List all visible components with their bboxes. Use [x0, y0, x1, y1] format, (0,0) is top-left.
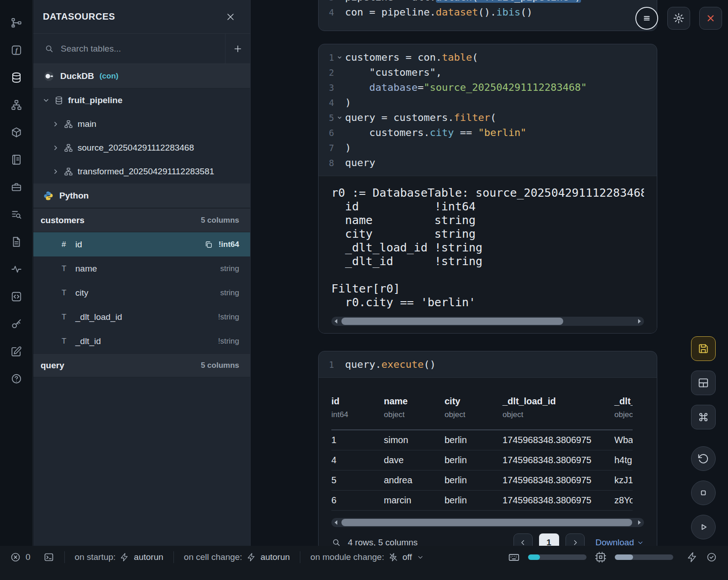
column-row-dlt-load-id[interactable]: T _dlt_load_id !string [33, 305, 250, 329]
datasources-panel-button[interactable] [10, 71, 23, 84]
stop-button[interactable] [691, 481, 716, 505]
file-tree-panel-button[interactable] [10, 16, 23, 29]
scratchpad-panel-button[interactable] [10, 345, 23, 358]
status-bar-right [508, 551, 717, 563]
cell-output: r0 := DatabaseTable: source_202504291112… [319, 176, 657, 333]
close-icon [705, 13, 716, 24]
code-editor[interactable]: 1 query.execute() [319, 351, 657, 377]
code-line: 4 con = pipeline.dataset().ibis() [319, 5, 657, 20]
table-query[interactable]: query 5 columns [33, 353, 250, 377]
connection-duckdb[interactable]: DuckDB (con) [33, 64, 250, 89]
column-header-name[interactable]: nameobject [384, 392, 445, 430]
undo-button[interactable] [691, 446, 716, 471]
column-type: !int64 [219, 240, 239, 249]
cell-value: berlin [445, 470, 503, 490]
horizontal-scrollbar[interactable] [331, 518, 644, 527]
scroll-right-icon[interactable] [635, 518, 644, 527]
column-row-city[interactable]: T city string [33, 281, 250, 305]
schema-main[interactable]: main [33, 112, 250, 136]
secrets-panel-button[interactable] [10, 318, 23, 330]
column-header-dlt-load-id[interactable]: _dlt_load_idobject [503, 392, 614, 430]
column-row-id[interactable]: # id !int64 [33, 232, 250, 256]
help-panel-button[interactable] [10, 372, 23, 385]
add-datasource-button[interactable] [225, 34, 250, 63]
column-name: _dlt_load_id [75, 312, 218, 322]
settings-button[interactable] [667, 7, 690, 30]
close-panel-button[interactable] [225, 12, 236, 22]
column-row-name[interactable]: T name string [33, 256, 250, 281]
previous-page-button[interactable] [513, 533, 533, 546]
cell-execute[interactable]: 1 query.execute() idint64 nameobject cit… [318, 351, 657, 546]
horizontal-scrollbar[interactable] [331, 317, 644, 326]
page-number[interactable]: 1 [539, 533, 559, 546]
column-header-dlt-id[interactable]: _dlt_idobject [614, 392, 633, 430]
setting-label: on cell change: [184, 552, 242, 562]
on-module-change-setting[interactable]: on module change: off [310, 552, 424, 562]
on-cell-change-setting[interactable]: on cell change: autorun [184, 552, 290, 562]
errors-indicator[interactable]: 0 [10, 552, 31, 563]
line-number: 4 [319, 7, 334, 17]
run-button[interactable] [691, 515, 716, 539]
table-row: 4 dave berlin 1745968348.3806975 h4tg [331, 450, 633, 470]
chevron-down-icon [417, 554, 424, 561]
panel-layout-button[interactable] [691, 371, 716, 395]
code-editor[interactable]: 1 customers = con.table( 2 "customers", … [319, 44, 657, 176]
check-circle-icon[interactable] [706, 552, 717, 563]
database-fruit-pipeline[interactable]: fruit_pipeline [33, 89, 250, 112]
shutdown-button[interactable] [699, 7, 722, 30]
keyboard-slider[interactable] [528, 554, 587, 560]
chevron-right-icon[interactable] [52, 168, 59, 175]
fold-chevron-icon[interactable] [334, 115, 345, 120]
column-header-id[interactable]: idint64 [331, 392, 384, 430]
packages-panel-button[interactable] [10, 126, 23, 139]
next-page-button[interactable] [566, 533, 585, 546]
schema-name: main [78, 119, 96, 129]
line-number: 8 [319, 158, 334, 168]
scroll-right-icon[interactable] [635, 317, 644, 326]
table-customers[interactable]: customers 5 columns [33, 208, 250, 232]
documentation-panel-button[interactable] [10, 153, 23, 166]
scroll-left-icon[interactable] [331, 317, 340, 326]
terminal-button[interactable] [43, 552, 54, 563]
download-menu[interactable]: Download [596, 538, 644, 546]
cpu-icon [595, 551, 607, 563]
files-panel-button[interactable] [10, 235, 23, 248]
fold-chevron-icon[interactable] [334, 55, 345, 60]
dependencies-panel-button[interactable] [10, 99, 23, 111]
cell-setup[interactable]: 3 pipeline = dlt.attach("fruit_pipeline"… [318, 0, 657, 31]
command-palette-button[interactable] [691, 405, 716, 429]
scrollbar-thumb[interactable] [341, 519, 632, 526]
status-bar-left: 0 on startup: autorun on cell change: au… [10, 551, 508, 563]
save-button[interactable] [691, 336, 716, 361]
search-tables-input[interactable] [61, 44, 225, 54]
chevron-right-icon[interactable] [52, 144, 59, 152]
connection-zap-icon[interactable] [687, 552, 698, 563]
schema-source[interactable]: source_202504291112283468 [33, 136, 250, 160]
column-type: string [220, 264, 239, 273]
activity-icon [10, 263, 22, 275]
copy-icon[interactable] [204, 240, 213, 249]
on-startup-setting[interactable]: on startup: autorun [75, 552, 163, 562]
search-icon[interactable] [331, 538, 341, 546]
code-editor[interactable]: 3 pipeline = dlt.attach("fruit_pipeline"… [319, 0, 657, 31]
schema-transformed[interactable]: transformed_202504291112283581 [33, 160, 250, 183]
outline-panel-button[interactable] [10, 208, 23, 221]
logs-panel-button[interactable] [10, 263, 23, 276]
snippets-panel-button[interactable] [10, 290, 23, 303]
chevron-down-icon[interactable] [42, 97, 50, 104]
toolbox-panel-button[interactable] [10, 181, 23, 193]
chevron-right-icon[interactable] [52, 120, 59, 128]
variables-panel-button[interactable]: f [10, 44, 23, 57]
column-row-dlt-id[interactable]: T _dlt_id !string [33, 329, 250, 353]
notebook-menu-button[interactable] [635, 7, 658, 30]
scroll-left-icon[interactable] [331, 518, 340, 527]
column-name: city [75, 288, 220, 298]
panel-title: DATASOURCES [43, 11, 115, 22]
cell-query[interactable]: 1 customers = con.table( 2 "customers", … [318, 44, 657, 334]
cpu-slider[interactable] [615, 554, 673, 560]
column-header-city[interactable]: cityobject [445, 392, 503, 430]
code-token: con = pipeline. [345, 6, 436, 18]
scrollbar-thumb[interactable] [341, 318, 563, 325]
connection-python[interactable]: Python [33, 183, 250, 208]
line-number: 1 [319, 360, 334, 370]
